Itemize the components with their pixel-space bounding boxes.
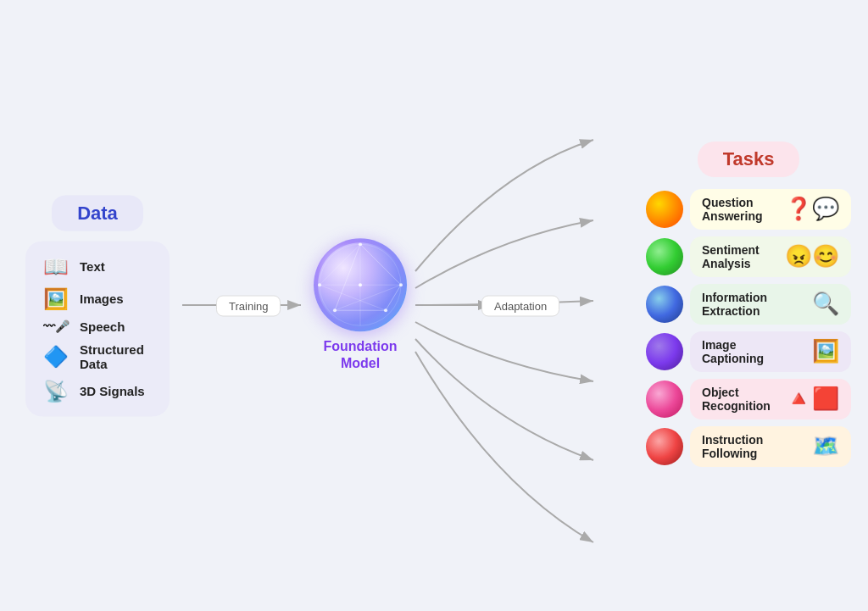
speech-icon: 〰🎤 [41, 319, 71, 333]
svg-point-13 [333, 308, 337, 312]
tasks-title: Tasks [723, 148, 775, 169]
task-label-sa: SentimentAnalysis [702, 243, 778, 270]
signals-icon: 📡 [41, 379, 71, 403]
task-box-or: ObjectRecognition 🔺🟥 [690, 379, 851, 419]
svg-point-11 [359, 242, 362, 246]
svg-line-9 [320, 285, 386, 310]
data-item-structured: 🔷 StructuredData [41, 342, 154, 370]
foundation-label-line2: Model [341, 357, 380, 371]
task-icon-ie: 🔍 [812, 291, 839, 317]
svg-line-6 [335, 285, 401, 310]
svg-point-15 [318, 283, 321, 286]
data-label-box: Data [52, 195, 143, 231]
foundation-sphere-inner [318, 242, 403, 327]
task-box-if: InstructionFollowing 🗺️ [690, 426, 851, 467]
svg-point-14 [384, 308, 387, 312]
text-label: Text [80, 259, 105, 274]
svg-point-12 [399, 283, 403, 286]
data-section: Data 📖 Text 🖼️ Images 〰🎤 Speech 🔷 Struct… [25, 195, 170, 416]
task-box-ie: InformationExtraction 🔍 [690, 284, 851, 325]
task-label-or: ObjectRecognition [702, 386, 778, 413]
foundation-sphere [314, 238, 407, 331]
training-label-text: Training [229, 299, 268, 312]
svg-line-5 [386, 285, 401, 310]
task-icon-qa: ❓💬 [785, 196, 839, 222]
adaptation-label-container: Adaptation [481, 295, 559, 316]
text-icon: 📖 [41, 254, 71, 278]
task-box-sa: SentimentAnalysis 😠😊 [690, 236, 851, 277]
task-sphere-sa [646, 238, 683, 275]
images-icon: 🖼️ [41, 286, 71, 310]
task-row-ie: InformationExtraction 🔍 [646, 284, 851, 325]
tasks-section: Tasks QuestionAnswering ❓💬 SentimentAnal… [646, 142, 851, 470]
task-box-qa: QuestionAnswering ❓💬 [690, 189, 851, 230]
data-item-text: 📖 Text [41, 254, 154, 278]
task-icon-if: 🗺️ [812, 433, 839, 459]
task-icon-ic: 🖼️ [812, 338, 839, 364]
foundation-text: Foundation Model [323, 338, 397, 374]
training-label-box: Training [216, 295, 281, 316]
task-sphere-if [646, 428, 683, 465]
training-label-container: Training [216, 295, 281, 316]
svg-line-10 [320, 244, 360, 285]
adaptation-label-box: Adaptation [481, 295, 559, 316]
task-label-if: InstructionFollowing [702, 433, 805, 460]
task-row-sa: SentimentAnalysis 😠😊 [646, 236, 851, 277]
task-label-ic: ImageCaptioning [702, 338, 805, 365]
data-item-speech: 〰🎤 Speech [41, 319, 154, 333]
data-item-images: 🖼️ Images [41, 286, 154, 310]
task-sphere-ie [646, 286, 683, 323]
structured-label: StructuredData [80, 342, 144, 370]
task-row-if: InstructionFollowing 🗺️ [646, 426, 851, 467]
task-icon-sa: 😠😊 [785, 243, 839, 269]
data-item-signals: 📡 3D Signals [41, 379, 154, 403]
task-sphere-qa [646, 191, 683, 228]
task-row-ic: ImageCaptioning 🖼️ [646, 331, 851, 372]
svg-line-3 [335, 244, 360, 310]
svg-point-16 [359, 283, 362, 286]
geo-lines-svg [318, 242, 403, 327]
data-items-box: 📖 Text 🖼️ Images 〰🎤 Speech 🔷 StructuredD… [25, 241, 170, 416]
task-sphere-or [646, 380, 683, 418]
signals-label: 3D Signals [80, 384, 145, 398]
images-label: Images [80, 292, 124, 306]
task-sphere-ic [646, 333, 683, 370]
task-label-ie: InformationExtraction [702, 291, 805, 318]
data-label: Data [77, 202, 118, 223]
foundation-section: Foundation Model [314, 238, 407, 374]
task-box-ic: ImageCaptioning 🖼️ [690, 331, 851, 372]
foundation-label-line1: Foundation [323, 339, 397, 353]
svg-line-2 [360, 244, 401, 285]
task-row-qa: QuestionAnswering ❓💬 [646, 189, 851, 230]
structured-icon: 🔷 [41, 344, 71, 368]
tasks-title-box: Tasks [698, 142, 800, 177]
task-row-or: ObjectRecognition 🔺🟥 [646, 379, 851, 419]
adaptation-label-text: Adaptation [494, 299, 547, 312]
task-label-qa: QuestionAnswering [702, 196, 778, 223]
speech-label: Speech [80, 319, 125, 333]
task-icon-or: 🔺🟥 [785, 386, 839, 412]
diagram-container: Data 📖 Text 🖼️ Images 〰🎤 Speech 🔷 Struct… [0, 0, 868, 611]
